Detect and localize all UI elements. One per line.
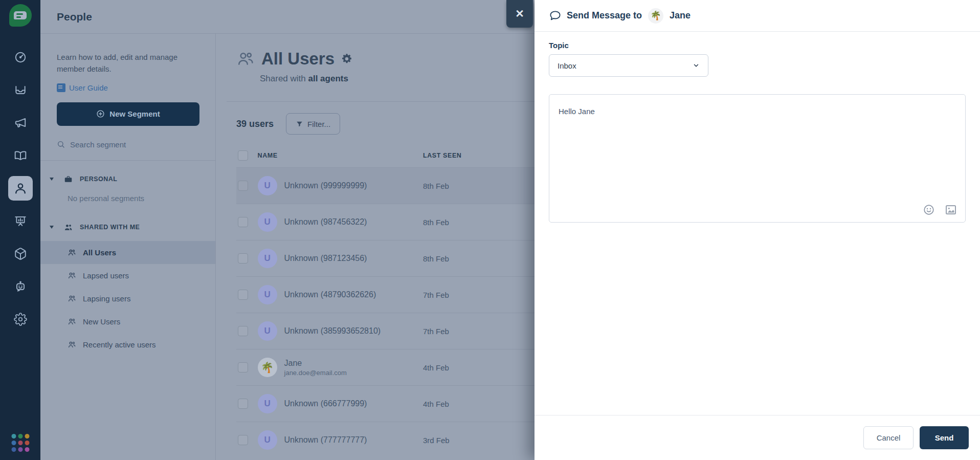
segment-settings-gear-icon[interactable] [341,53,352,64]
segment-title: All Users [261,49,335,69]
user-guide-link[interactable]: User Guide [57,83,199,92]
row-checkbox[interactable] [238,290,248,300]
app-screen: People Learn how to add, edit and manage… [0,0,980,460]
row-checkbox[interactable] [238,399,248,409]
nav-rail [0,0,40,460]
table-row[interactable]: 🌴 Jane jane.doe@email.com 4th Feb [236,349,534,385]
section-label: SHARED WITH ME [80,224,140,231]
topic-select[interactable]: Inbox [549,54,708,77]
avatar: U [258,212,277,232]
recipient-name: Jane [670,10,691,21]
avatar: U [258,285,277,304]
user-count: 39 users [236,119,274,129]
shared-with-subtitle: Shared with all agents [260,74,534,84]
message-input[interactable]: Hello Jane [549,94,966,223]
row-checkbox[interactable] [238,253,248,264]
table-row[interactable]: U Unknown (987456322) 8th Feb [236,204,534,240]
intro-text: Learn how to add, edit and manage member… [57,51,199,75]
app-logo-icon[interactable] [9,4,32,27]
segment-search [57,140,199,149]
table-row[interactable]: U Unknown (666777999) 4th Feb [236,385,534,422]
table-row[interactable]: U Unknown (48790362626) 7th Feb [236,276,534,313]
table-row[interactable]: U Unknown (777777777) 3rd Feb [236,422,534,458]
modal-header: Send Message to 🌴 Jane [534,0,980,32]
last-seen: 8th Feb [423,182,534,190]
segment-list: All Users Lapsed users Lapsing users New… [40,241,215,356]
send-button[interactable]: Send [920,426,969,449]
segment-list-item[interactable]: Lapsed users [40,264,215,287]
book-icon [57,83,65,92]
app-switcher-grid-icon[interactable] [11,434,29,452]
caret-down-icon [50,178,54,181]
last-seen: 4th Feb [423,400,534,408]
chat-bubble-logo-glyph [14,11,27,19]
avatar: U [258,321,277,341]
segment-list-item[interactable]: Recently active users [40,333,215,356]
insert-image-icon[interactable] [945,204,957,216]
cancel-button[interactable]: Cancel [863,426,914,449]
chevron-down-icon [693,62,700,69]
column-header-last-seen: LAST SEEN [423,152,534,159]
avatar: U [258,249,277,268]
last-seen: 3rd Feb [423,436,534,445]
user-name: Unknown (666777999) [284,399,367,408]
funnel-icon [296,120,303,128]
table-row[interactable]: U Unknown (999999999) 8th Feb [236,167,534,204]
main-content: All Users Shared with all agents 39 user… [216,34,534,460]
bot-icon[interactable] [14,280,27,293]
page-header: People [40,0,534,34]
row-checkbox[interactable] [238,181,248,191]
topic-selected-value: Inbox [558,61,576,70]
user-guide-label: User Guide [69,83,108,92]
dashboard-gauge-icon[interactable] [14,51,27,64]
megaphone-icon[interactable] [14,116,27,129]
people-icon [68,248,76,257]
row-checkbox[interactable] [238,362,248,373]
new-segment-button[interactable]: New Segment [57,102,199,126]
segment-list-item[interactable]: New Users [40,310,215,333]
select-all-checkbox[interactable] [238,150,248,161]
section-personal[interactable]: PERSONAL [40,175,215,184]
table-body: U Unknown (999999999) 8th Feb U Unknown … [236,167,534,458]
user-name: Unknown (987456322) [284,217,367,227]
last-seen: 4th Feb [423,363,534,372]
topic-label: Topic [549,41,966,50]
row-checkbox[interactable] [238,326,248,336]
close-button[interactable]: ✕ [506,0,533,28]
section-shared[interactable]: SHARED WITH ME [40,223,215,232]
avatar: U [258,176,277,195]
last-seen: 8th Feb [423,254,534,263]
filter-button[interactable]: Filter... [286,113,340,135]
user-name: Unknown (987123456) [284,254,367,263]
rail-nav [8,51,33,345]
reports-presentation-icon[interactable] [14,214,27,228]
message-text: Hello Jane [559,107,956,116]
segment-list-item[interactable]: Lapsing users [40,287,215,310]
modal-footer: Cancel Send [534,415,980,460]
segment-list-item[interactable]: All Users [40,241,215,264]
no-personal-segments: No personal segments [68,194,215,203]
briefcase-icon [64,175,73,184]
people-icon [236,50,255,68]
people-icon [68,294,76,303]
row-checkbox[interactable] [238,217,248,227]
emoji-picker-icon[interactable] [923,204,935,216]
search-segment-input[interactable] [70,140,183,149]
table-row[interactable]: U Unknown (987123456) 8th Feb [236,240,534,276]
inbox-icon[interactable] [14,83,27,97]
user-name: Jane [284,359,347,368]
people-icon [64,223,73,232]
page-title: People [57,11,92,23]
people-nav-active[interactable] [8,176,33,201]
apps-cube-icon[interactable] [14,247,27,260]
divider [227,101,534,102]
row-checkbox[interactable] [238,435,248,445]
knowledge-base-book-icon[interactable] [14,149,27,162]
settings-gear-icon[interactable] [14,313,27,326]
last-seen: 8th Feb [423,218,534,227]
modal-title: Send Message to [567,10,642,21]
table-row[interactable]: U Unknown (385993652810) 7th Feb [236,313,534,349]
user-name: Unknown (385993652810) [284,326,381,336]
avatar: U [258,394,277,413]
divider [40,160,215,161]
